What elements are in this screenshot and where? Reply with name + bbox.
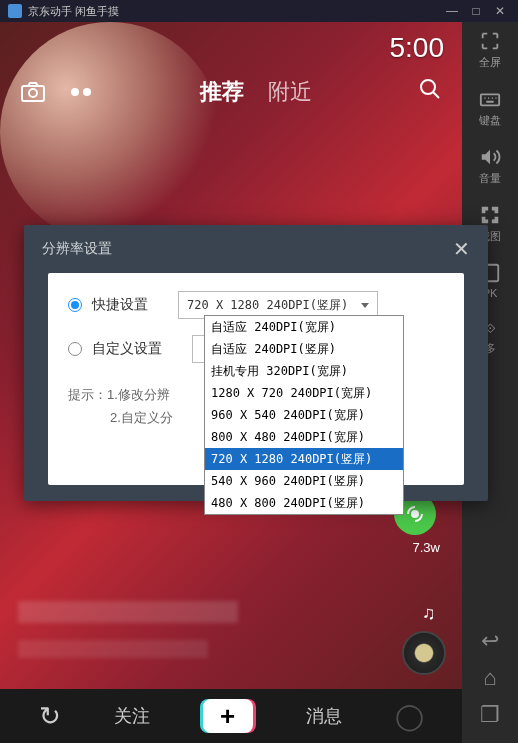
android-nav-controls: ↩ ⌂ ❐ (462, 613, 518, 743)
dropdown-option[interactable]: 480 X 800 240DPI(竖屏) (205, 492, 403, 514)
nav-add-button[interactable]: + (203, 699, 253, 733)
tool-volume[interactable]: 音量 (479, 146, 501, 186)
close-button[interactable]: ✕ (490, 2, 510, 20)
svg-point-3 (83, 88, 91, 96)
tab-nearby[interactable]: 附近 (268, 77, 312, 107)
nav-profile-icon[interactable]: ◯ (395, 701, 424, 732)
tab-recommend[interactable]: 推荐 (200, 77, 244, 107)
home-icon[interactable]: ⌂ (483, 665, 496, 691)
dropdown-option[interactable]: 540 X 960 240DPI(竖屏) (205, 470, 403, 492)
camera-icon[interactable] (20, 81, 46, 103)
recents-icon[interactable]: ❐ (480, 702, 500, 728)
top-navigation: 推荐 附近 (0, 77, 462, 107)
dialog-title: 分辨率设置 (42, 240, 112, 258)
dropdown-option[interactable]: 1280 X 720 240DPI(宽屏) (205, 382, 403, 404)
quick-setting-label: 快捷设置 (92, 296, 148, 314)
svg-point-2 (71, 88, 79, 96)
dropdown-option[interactable]: 960 X 540 240DPI(宽屏) (205, 404, 403, 426)
window-title: 京东动手 闲鱼手摸 (28, 4, 119, 19)
back-icon[interactable]: ↩ (481, 628, 499, 654)
window-titlebar: 京东动手 闲鱼手摸 — □ ✕ (0, 0, 518, 22)
svg-point-4 (421, 80, 435, 94)
radio-custom-setting[interactable] (68, 342, 82, 356)
dropdown-option[interactable]: 自适应 240DPI(宽屏) (205, 316, 403, 338)
dropdown-option[interactable]: 挂机专用 320DPI(宽屏) (205, 360, 403, 382)
minimize-button[interactable]: — (442, 2, 462, 20)
fullscreen-label: 全屏 (479, 55, 501, 70)
select-value: 720 X 1280 240DPI(竖屏) (187, 297, 348, 314)
svg-point-1 (29, 89, 37, 97)
dropdown-option[interactable]: 800 X 480 240DPI(宽屏) (205, 426, 403, 448)
close-icon[interactable]: ✕ (453, 237, 470, 261)
chevron-down-icon (361, 303, 369, 308)
dropdown-option-selected[interactable]: 720 X 1280 240DPI(竖屏) (205, 448, 403, 470)
volume-label: 音量 (479, 171, 501, 186)
gallery-icon[interactable] (68, 83, 94, 101)
nav-home-icon[interactable]: ↻ (39, 701, 61, 732)
maximize-button[interactable]: □ (466, 2, 486, 20)
radio-quick-setting[interactable] (68, 298, 82, 312)
dropdown-option[interactable]: 自适应 240DPI(竖屏) (205, 338, 403, 360)
resolution-dropdown[interactable]: 自适应 240DPI(宽屏) 自适应 240DPI(竖屏) 挂机专用 320DP… (204, 315, 404, 515)
app-icon (8, 4, 22, 18)
tool-fullscreen[interactable]: 全屏 (479, 30, 501, 70)
search-icon[interactable] (418, 77, 442, 107)
keyboard-label: 键盘 (479, 113, 501, 128)
custom-setting-label: 自定义设置 (92, 340, 162, 358)
tool-keyboard[interactable]: 键盘 (479, 88, 501, 128)
svg-rect-6 (481, 94, 499, 105)
bottom-navigation: ↻ 关注 + 消息 ◯ (0, 689, 462, 743)
nav-message[interactable]: 消息 (306, 704, 342, 728)
timer-display: 5:00 (390, 32, 445, 64)
nav-follow[interactable]: 关注 (114, 704, 150, 728)
